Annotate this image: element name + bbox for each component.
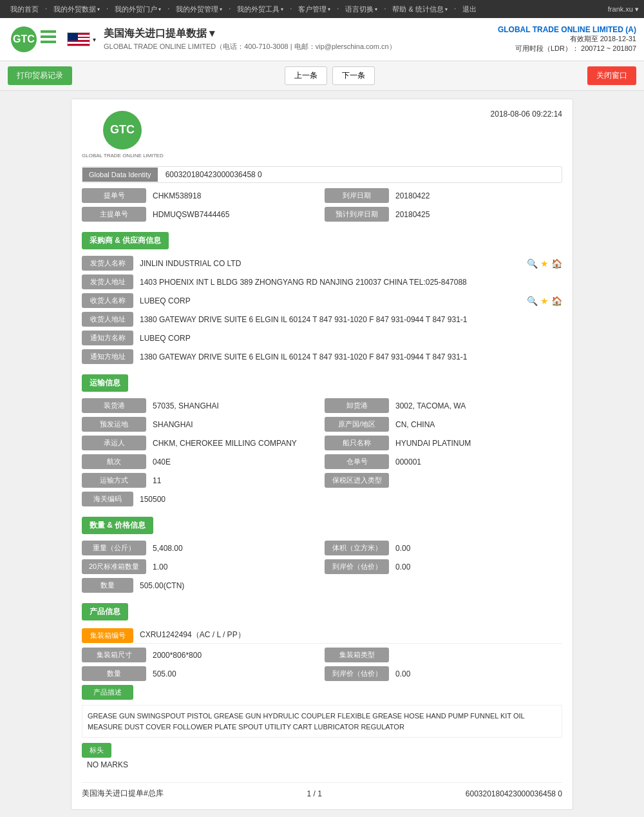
origin-value: CN, CHINA bbox=[389, 418, 441, 432]
container-no-value: 000001 bbox=[389, 455, 428, 469]
transport-section: 运输信息 装货港 57035, SHANGHAI 卸货港 3002, TACOM… bbox=[82, 374, 562, 506]
card-logo: GTC GLOBAL TRADE ONLINE LIMITED bbox=[82, 110, 164, 159]
nav-logout[interactable]: 退出 bbox=[457, 5, 482, 14]
page-header: GTC ▾ 美国海关进口提单数据 ▾ GLOBAL TRADE ONLINE L… bbox=[0, 18, 644, 61]
shipper-addr-row: 发货人地址 1403 PHOENIX INT L BLDG 389 ZHONGY… bbox=[82, 274, 562, 289]
consignee-name-row: 收货人名称 LUBEQ CORP 🔍 ★ 🏠 bbox=[82, 293, 562, 308]
logo: GTC bbox=[8, 23, 59, 55]
identity-value: 600320180423000036458 0 bbox=[158, 167, 270, 182]
nav-trade-portal[interactable]: 我的外贸门户 ▾ bbox=[109, 5, 166, 14]
search-icon[interactable]: 🔍 bbox=[527, 258, 538, 269]
card-logo-text: GLOBAL TRADE ONLINE LIMITED bbox=[82, 153, 164, 159]
container-type-pair: 集装箱类型 bbox=[325, 648, 562, 662]
main-content: GTC GLOBAL TRADE ONLINE LIMITED 2018-08-… bbox=[0, 91, 644, 817]
flag-selector[interactable]: ▾ bbox=[67, 32, 96, 46]
record-card: GTC GLOBAL TRADE ONLINE LIMITED 2018-08-… bbox=[71, 99, 573, 810]
bill-row: 提单号 CHKM538918 到岸日期 20180422 bbox=[82, 188, 562, 203]
validity-info: 有效期至 2018-12-31 bbox=[498, 34, 636, 44]
container-no-pair: 仓单号 000001 bbox=[325, 454, 562, 469]
loading-discharge-row: 装货港 57035, SHANGHAI 卸货港 3002, TACOMA, WA bbox=[82, 398, 562, 413]
notify-addr-label: 通知方地址 bbox=[82, 349, 133, 364]
shipper-addr-label: 发货人地址 bbox=[82, 274, 133, 289]
consignee-addr-value: 1380 GATEWAY DRIVE SUITE 6 ELGIN IL 6012… bbox=[133, 312, 562, 327]
nav-help[interactable]: 帮助 & 统计信息 ▾ bbox=[387, 5, 452, 14]
notify-name-label: 通知方名称 bbox=[82, 331, 133, 345]
flag-dropdown-arrow[interactable]: ▾ bbox=[93, 36, 96, 43]
carrier-label: 承运人 bbox=[82, 436, 146, 450]
shipper-name-row: 发货人名称 JINLIN INDUSTRIAL CO LTD 🔍 ★ 🏠 bbox=[82, 256, 562, 271]
top-toolbar: 打印贸易记录 上一条 下一条 关闭窗口 bbox=[0, 61, 644, 91]
product-desc-label[interactable]: 产品描述 bbox=[82, 685, 133, 700]
ftz-type-label: 保税区进入类型 bbox=[325, 473, 389, 488]
header-right-info: GLOBAL TRADE ONLINE LIMITED (A) 有效期至 201… bbox=[498, 25, 636, 53]
bill-no-label: 提单号 bbox=[82, 188, 146, 203]
shipper-action-icons: 🔍 ★ 🏠 bbox=[527, 258, 562, 269]
consignee-addr-label: 收货人地址 bbox=[82, 312, 133, 327]
volume-pair: 体积（立方米） 0.00 bbox=[325, 541, 562, 555]
voyage-label: 航次 bbox=[82, 454, 146, 469]
card-footer: 美国海关进口提单#总库 1 / 1 600320180423000036458 … bbox=[82, 782, 562, 799]
product-container-no-label: 集装箱编号 bbox=[82, 628, 133, 643]
star-icon[interactable]: ★ bbox=[540, 296, 549, 306]
loading-port-pair: 装货港 57035, SHANGHAI bbox=[82, 398, 319, 413]
voyage-pair: 航次 040E bbox=[82, 454, 319, 469]
container20-value: 1.00 bbox=[146, 560, 174, 574]
svg-text:GTC: GTC bbox=[13, 34, 35, 44]
departure-pair: 预发运地 SHANGHAI bbox=[82, 417, 319, 432]
svg-rect-3 bbox=[41, 35, 56, 38]
nav-customer[interactable]: 客户管理 ▾ bbox=[293, 5, 336, 14]
volume-value: 0.00 bbox=[389, 541, 417, 555]
qty-value: 505.00(CTN) bbox=[133, 579, 562, 593]
container-size-label: 集装箱尺寸 bbox=[82, 648, 146, 662]
user-menu[interactable]: frank.xu ▾ bbox=[608, 5, 639, 14]
transport-title: 运输信息 bbox=[82, 374, 128, 392]
notify-addr-value: 1380 GATEWAY DRIVE SUITE 6 ELGIN IL 6012… bbox=[133, 350, 562, 364]
nav-trade-data[interactable]: 我的外贸数据 ▾ bbox=[48, 5, 105, 14]
svg-rect-2 bbox=[41, 30, 56, 33]
container20-label: 20尺标准箱数量 bbox=[82, 559, 146, 574]
consignee-name-value: LUBEQ CORP bbox=[133, 294, 522, 308]
close-button[interactable]: 关闭窗口 bbox=[587, 66, 636, 85]
weight-volume-row: 重量（公斤） 5,408.00 体积（立方米） 0.00 bbox=[82, 541, 562, 555]
header-title-area: 美国海关进口提单数据 ▾ GLOBAL TRADE ONLINE LIMITED… bbox=[104, 27, 498, 52]
hs-code-label: 海关编码 bbox=[82, 492, 133, 506]
us-flag bbox=[67, 32, 90, 46]
master-bill-label: 主提单号 bbox=[82, 207, 146, 222]
nav-language[interactable]: 语言切换 ▾ bbox=[340, 5, 383, 14]
print-button[interactable]: 打印贸易记录 bbox=[8, 66, 72, 85]
volume-label: 体积（立方米） bbox=[325, 541, 389, 555]
card-header: GTC GLOBAL TRADE ONLINE LIMITED 2018-08-… bbox=[82, 110, 562, 159]
arrival-date-value: 20180422 bbox=[389, 189, 436, 203]
next-button[interactable]: 下一条 bbox=[332, 66, 375, 85]
shipper-name-label: 发货人名称 bbox=[82, 256, 133, 271]
card-logo-svg: GTC bbox=[102, 110, 144, 151]
departure-label: 预发运地 bbox=[82, 417, 146, 432]
search-icon[interactable]: 🔍 bbox=[527, 296, 538, 306]
ftz-type-pair: 保税区进入类型 bbox=[325, 473, 562, 488]
shipper-addr-value: 1403 PHOENIX INT L BLDG 389 ZHONGYANG RD… bbox=[133, 275, 562, 289]
master-bill-pair: 主提单号 HDMUQSWB7444465 bbox=[82, 207, 319, 222]
weight-value: 5,408.00 bbox=[146, 541, 189, 555]
cif-label: 到岸价（估价） bbox=[325, 559, 389, 574]
transport-ftz-row: 运输方式 11 保税区进入类型 bbox=[82, 473, 562, 488]
marks-value: NO MARKS bbox=[82, 758, 562, 772]
nav-trade-manage[interactable]: 我的外贸管理 ▾ bbox=[171, 5, 227, 14]
svg-rect-4 bbox=[41, 41, 56, 43]
voyage-container-row: 航次 040E 仓单号 000001 bbox=[82, 454, 562, 469]
transport-mode-value: 11 bbox=[146, 474, 167, 488]
prev-button[interactable]: 上一条 bbox=[285, 66, 327, 85]
container-no-label: 仓单号 bbox=[325, 454, 389, 469]
product-qty-label: 数量 bbox=[82, 666, 146, 681]
nav-trade-tools[interactable]: 我的外贸工具 ▾ bbox=[232, 5, 289, 14]
home-icon[interactable]: 🏠 bbox=[551, 258, 562, 269]
est-arrival-label: 预计到岸日期 bbox=[325, 207, 389, 222]
buyer-supplier-title: 采购商 & 供应商信息 bbox=[82, 232, 169, 249]
marks-button[interactable]: 标头 bbox=[82, 743, 111, 758]
identity-row: Global Data Identity 6003201804230000364… bbox=[82, 166, 562, 183]
page-title: 美国海关进口提单数据 ▾ bbox=[104, 27, 498, 41]
nav-home[interactable]: 我的首页 bbox=[5, 5, 44, 14]
home-icon[interactable]: 🏠 bbox=[551, 296, 562, 306]
star-icon[interactable]: ★ bbox=[540, 258, 549, 269]
product-qty-cif-row: 数量 505.00 到岸价（估价） 0.00 bbox=[82, 666, 562, 681]
product-section: 产品信息 集装箱编号 CXRU1242494（AC / L / PP） 集装箱尺… bbox=[82, 603, 562, 772]
